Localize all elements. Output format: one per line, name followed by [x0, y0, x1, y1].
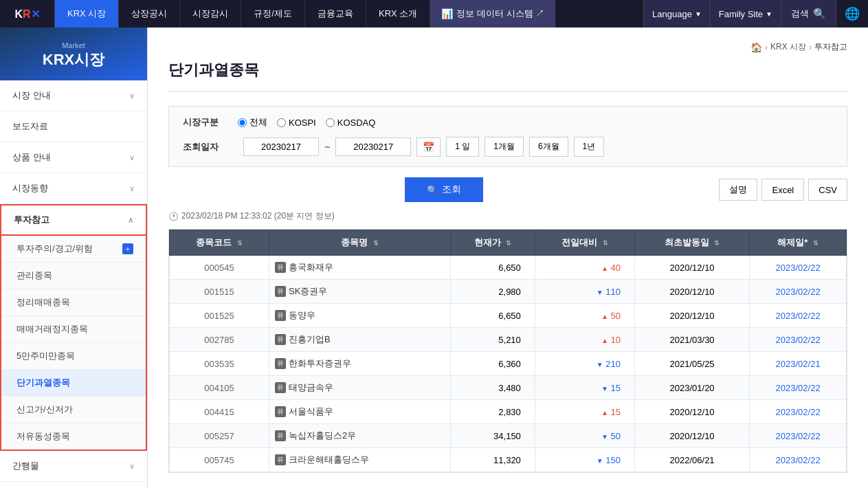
sidebar-market-label: Market — [0, 41, 147, 49]
col-header-release-date[interactable]: 해제일* ⇅ — [750, 230, 847, 256]
table-row[interactable]: 002785 유 진흥기업B 5,210 ▲ 10 2021/03/30 202… — [170, 328, 847, 352]
col-header-code[interactable]: 종목코드 ⇅ — [170, 230, 269, 256]
cell-code: 004415 — [170, 400, 269, 424]
nav-item-listing[interactable]: 상장공시 — [119, 0, 180, 27]
nav-item-market-surveillance[interactable]: 시장감시 — [180, 0, 241, 27]
cell-price: 5,210 — [451, 328, 535, 352]
family-site-selector[interactable]: Family Site ▼ — [710, 0, 781, 27]
sidebar-item-press[interactable]: 보도자료 — [0, 111, 147, 142]
sidebar-item-products[interactable]: 상품 안내 ∨ — [0, 142, 147, 173]
sidebar-sub-item-trading-halt[interactable]: 매매거래정지종목 — [1, 316, 146, 343]
radio-all[interactable]: 전체 — [238, 116, 267, 129]
sidebar-sub-item-liquidation[interactable]: 정리매매종목 — [1, 289, 146, 316]
table-row[interactable]: 004415 유 서울식품우 2,830 ▲ 15 2020/12/10 202… — [170, 400, 847, 424]
cell-change: ▼ 110 — [535, 280, 634, 304]
logo-area[interactable]: KR✕ — [0, 0, 55, 27]
sidebar-sub-item-management[interactable]: 관리종목 — [1, 263, 146, 289]
globe-button[interactable]: 🌐 — [836, 0, 868, 27]
sidebar-item-publications[interactable]: 간행물 ∨ — [0, 451, 147, 482]
table-row[interactable]: 001525 유 동양우 6,650 ▲ 50 2020/12/10 2023/… — [170, 304, 847, 328]
breadcrumb-krx-market[interactable]: KRX 시장 — [770, 41, 806, 53]
chevron-down-icon-family: ▼ — [766, 10, 772, 18]
date-btn-6month[interactable]: 6개월 — [529, 137, 568, 157]
table-row[interactable]: 003535 유 한화투자증권우 6,360 ▼ 210 2021/05/25 … — [170, 352, 847, 376]
cell-first-date: 2021/05/25 — [634, 352, 749, 376]
cell-name[interactable]: 유 동양우 — [269, 304, 451, 328]
cell-name[interactable]: 유 녹십자홀딩스2우 — [269, 424, 451, 448]
cell-first-date: 2020/12/10 — [634, 400, 749, 424]
radio-kosdaq-input[interactable] — [326, 118, 335, 127]
table-row[interactable]: 001515 유 SK증권우 2,980 ▼ 110 2020/12/10 20… — [170, 280, 847, 304]
nav-item-krx-market[interactable]: KRX 시장 — [55, 0, 119, 27]
date-btn-1year[interactable]: 1년 — [574, 137, 605, 157]
col-header-price[interactable]: 현재가 ⇅ — [451, 230, 535, 256]
chevron-down-icon: ▼ — [695, 10, 702, 18]
cell-name[interactable]: 유 태양금속우 — [269, 376, 451, 400]
sort-icon: ⇅ — [603, 240, 608, 247]
col-header-first-date[interactable]: 최초발동일 ⇅ — [634, 230, 749, 256]
cell-change: ▲ 15 — [535, 400, 634, 424]
nav-item-finance-education[interactable]: 금융교육 — [305, 0, 366, 27]
cell-name[interactable]: 유 진흥기업B — [269, 328, 451, 352]
description-button[interactable]: 설명 — [719, 179, 757, 201]
excel-button[interactable]: Excel — [761, 179, 804, 201]
main-content: 🏠 › KRX 시장 › 투자참고 단기과열종목 시장구분 전체 KO — [148, 27, 868, 488]
table-row[interactable]: 005257 유 녹십자홀딩스2우 34,150 ▼ 50 2020/12/10… — [170, 424, 847, 448]
nav-item-info-system[interactable]: 📊 정보 데이터 시스템 ↗ — [430, 0, 555, 27]
sidebar-sub-menu: 투자주의/경고/위험 + 관리종목 정리매매종목 매매거래정지종목 5만주미만종… — [0, 236, 147, 451]
date-btn-1month[interactable]: 1개월 — [485, 137, 524, 157]
radio-kospi-input[interactable] — [277, 118, 286, 127]
sort-icon: ⇅ — [813, 240, 819, 247]
sidebar-sub-item-caution[interactable]: 투자주의/경고/위험 + — [1, 236, 146, 263]
cell-first-date: 2023/01/20 — [634, 376, 749, 400]
plus-icon: + — [122, 243, 133, 254]
cell-code: 001525 — [170, 304, 269, 328]
radio-kosdaq[interactable]: KOSDAQ — [326, 118, 376, 128]
cell-name[interactable]: 유 흥국화재우 — [269, 256, 451, 280]
chart-icon: 📊 — [441, 8, 453, 19]
timestamp: 🕐 2023/02/18 PM 12:33:02 (20분 지연 정보) — [168, 210, 847, 222]
calendar-button[interactable]: 📅 — [416, 137, 441, 157]
search-submit-button[interactable]: 🔍 조회 — [405, 177, 483, 202]
search-button[interactable]: 검색 🔍 — [781, 0, 836, 27]
chevron-icon: ∨ — [129, 184, 135, 193]
cell-release-date: 2023/02/22 — [750, 424, 847, 448]
sidebar: Market KRX시장 시장 안내 ∨ 보도자료 상품 안내 ∨ 시장동향 ∨… — [0, 27, 148, 488]
table-row[interactable]: 000545 유 흥국화재우 6,650 ▲ 40 2020/12/10 202… — [170, 256, 847, 280]
start-date-input[interactable] — [243, 137, 319, 156]
col-header-name[interactable]: 종목명 ⇅ — [269, 230, 451, 256]
table-row[interactable]: 005745 유 크라운해태홀딩스우 11,320 ▼ 150 2022/06/… — [170, 448, 847, 472]
cell-release-date: 2023/02/22 — [750, 280, 847, 304]
csv-button[interactable]: CSV — [808, 179, 847, 201]
col-header-change[interactable]: 전일대비 ⇅ — [535, 230, 634, 256]
table-row[interactable]: 004105 유 태양금속우 3,480 ▼ 15 2023/01/20 202… — [170, 376, 847, 400]
globe-icon: 🌐 — [845, 6, 860, 21]
sidebar-sub-item-50k[interactable]: 5만주미만종목 — [1, 343, 146, 370]
language-selector[interactable]: Language ▼ — [643, 0, 710, 27]
cell-name[interactable]: 유 크라운해태홀딩스우 — [269, 448, 451, 472]
radio-kospi[interactable]: KOSPI — [277, 118, 316, 128]
filter-label-date: 조회일자 — [183, 141, 238, 153]
breadcrumb-home-icon[interactable]: 🏠 — [750, 42, 762, 53]
sidebar-item-investment-ref[interactable]: 투자참고 ∧ — [0, 204, 147, 236]
cell-name[interactable]: 유 SK증권우 — [269, 280, 451, 304]
page-title: 단기과열종목 — [168, 60, 847, 92]
cell-code: 002785 — [170, 328, 269, 352]
sidebar-item-market-trend[interactable]: 시장동향 ∨ — [0, 173, 147, 204]
cell-name[interactable]: 유 한화투자증권우 — [269, 352, 451, 376]
end-date-input[interactable] — [335, 137, 411, 156]
cell-change: ▼ 50 — [535, 424, 634, 448]
sidebar-sub-item-low-liquidity[interactable]: 저유동성종목 — [1, 423, 146, 451]
nav-menu: KRX 시장 상장공시 시장감시 규정/제도 금융교육 KRX 소개 📊 정보 … — [55, 0, 643, 27]
date-btn-1day[interactable]: 1 일 — [446, 137, 479, 157]
radio-all-input[interactable] — [238, 118, 247, 127]
sidebar-item-events[interactable]: 행사소식 ∨ — [0, 482, 147, 488]
sidebar-sub-item-short-term-overheated[interactable]: 단기과열종목 — [1, 370, 146, 397]
cell-code: 004105 — [170, 376, 269, 400]
cell-code: 000545 — [170, 256, 269, 280]
cell-name[interactable]: 유 서울식품우 — [269, 400, 451, 424]
nav-item-krx-about[interactable]: KRX 소개 — [366, 0, 430, 27]
sidebar-sub-item-high-low[interactable]: 신고가/신저가 — [1, 397, 146, 423]
sidebar-item-market-info[interactable]: 시장 안내 ∨ — [0, 80, 147, 111]
nav-item-regulation[interactable]: 규정/제도 — [241, 0, 305, 27]
